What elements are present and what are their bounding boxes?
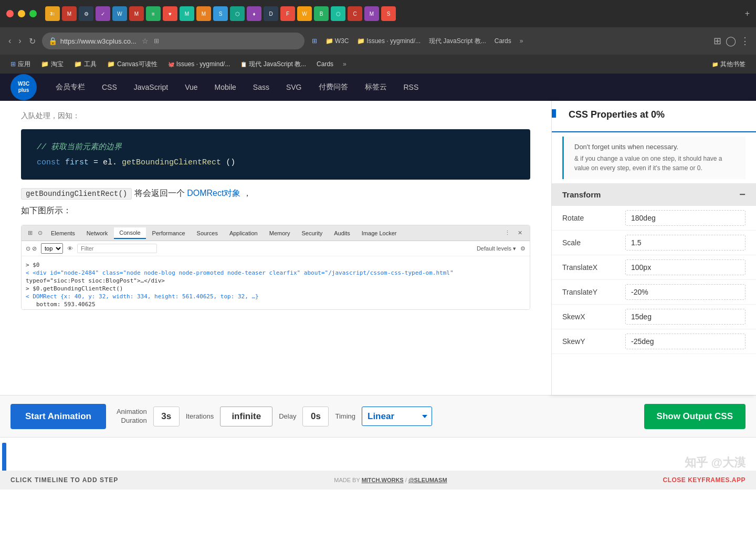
app-icon[interactable]: C	[348, 6, 362, 21]
app-icon[interactable]: ♦	[247, 6, 261, 21]
more-bookmarks-button[interactable]: »	[340, 58, 350, 70]
app-icon[interactable]: M	[364, 6, 379, 21]
taobao-bookmark[interactable]: 📁 淘宝	[37, 58, 68, 71]
bookmark-item[interactable]: 📁 Issues · yygmind/...	[354, 37, 424, 45]
app-icon[interactable]: W	[297, 6, 312, 21]
reload-button[interactable]: ↻	[27, 34, 38, 48]
extensions-icon[interactable]: ⊞	[713, 35, 721, 47]
app-icon[interactable]: ≡	[146, 6, 161, 21]
performance-tab[interactable]: Performance	[147, 228, 191, 238]
more-options-icon[interactable]: ⋮	[740, 35, 750, 47]
application-tab[interactable]: Application	[224, 228, 263, 238]
sources-tab[interactable]: Sources	[192, 228, 223, 238]
bookmark-item[interactable]: ⊞	[309, 37, 320, 45]
maximize-button[interactable]	[29, 10, 37, 17]
console-tab[interactable]: Console	[114, 227, 145, 239]
transform-collapse-button[interactable]: −	[739, 189, 746, 201]
nav-sass[interactable]: Sass	[245, 74, 278, 101]
rotate-input[interactable]	[625, 210, 746, 226]
image-locker-tab[interactable]: Image Locker	[356, 228, 402, 238]
js-bookmark[interactable]: 📋 现代 JavaScript 教...	[236, 58, 310, 71]
apps-bookmark[interactable]: ⊞ 应用	[6, 58, 35, 71]
nav-paid-qa[interactable]: 付费问答	[310, 74, 356, 101]
network-tab[interactable]: Network	[81, 228, 113, 238]
devtools-filter-input[interactable]	[77, 244, 157, 253]
devtools-more-icon[interactable]: ⋮	[501, 230, 513, 236]
skewy-label: SkewY	[562, 337, 625, 346]
app-icon[interactable]: S	[381, 6, 396, 21]
audits-tab[interactable]: Audits	[329, 228, 355, 238]
star-icon[interactable]: ☆	[142, 37, 149, 45]
github-bookmark[interactable]: 🐙 Issues · yygmind/...	[164, 58, 235, 70]
devtools-context-selector[interactable]: top	[41, 243, 63, 254]
add-tab-button[interactable]: +	[745, 9, 750, 18]
nav-svg[interactable]: SVG	[278, 74, 310, 101]
show-output-css-button[interactable]: Show Output CSS	[644, 404, 746, 429]
translatey-input[interactable]	[625, 284, 746, 300]
article-area: 入队处理，因知： // 获取当前元素的边界 const first = el. …	[0, 101, 551, 395]
skewx-input[interactable]	[625, 309, 746, 325]
devtools-settings-icon[interactable]: ⚙	[520, 245, 526, 252]
profile-icon[interactable]: ◯	[726, 35, 736, 47]
more-bookmarks[interactable]: »	[517, 37, 527, 45]
app-icon[interactable]: ⬡	[331, 6, 345, 21]
delay-value[interactable]: 0s	[302, 407, 329, 426]
app-icon[interactable]: ⬡	[230, 6, 245, 21]
app-icon[interactable]: ♥	[163, 6, 177, 21]
memory-tab[interactable]: Memory	[264, 228, 296, 238]
timing-select[interactable]: Linear Ease Ease In Ease Out Ease In Out	[362, 407, 432, 426]
bookmark-item[interactable]: 现代 JavaScript 教...	[426, 37, 489, 46]
scale-field: Scale	[552, 231, 756, 255]
back-button[interactable]: ‹	[6, 34, 13, 48]
nav-member-special[interactable]: 会员专栏	[47, 74, 93, 101]
devtools-close-icon[interactable]: ✕	[514, 230, 526, 236]
nav-mobile[interactable]: Mobile	[206, 74, 245, 101]
bookmark-item[interactable]: 📁 W3C	[322, 37, 352, 45]
close-keyframes-button[interactable]: CLOSE KEYFRAMES.APP	[663, 476, 746, 484]
devtools-levels[interactable]: Default levels ▾	[477, 245, 516, 252]
tools-bookmark[interactable]: 📁 工具	[70, 58, 101, 71]
security-tab[interactable]: Security	[296, 228, 328, 238]
translatex-input[interactable]	[625, 259, 746, 275]
app-icon[interactable]: M	[129, 6, 144, 21]
nav-css[interactable]: CSS	[93, 74, 125, 101]
iterations-value[interactable]: infinite	[220, 407, 272, 426]
nav-vue[interactable]: Vue	[176, 74, 206, 101]
nav-javascript[interactable]: JavaScript	[125, 74, 176, 101]
cards-bookmark-bar[interactable]: Cards	[312, 58, 338, 70]
url-bar[interactable]: 🔒 https://www.w3cplus.co... ☆ ⊞	[42, 33, 304, 49]
nav-tags[interactable]: 标签云	[356, 74, 395, 101]
app-icon[interactable]: B	[314, 6, 329, 21]
made-by-twitter[interactable]: @SLEUMASM	[408, 477, 447, 483]
app-icon[interactable]: M	[196, 6, 211, 21]
duration-value[interactable]: 3s	[153, 407, 180, 426]
app-icon[interactable]: ✓	[96, 6, 110, 21]
forward-button[interactable]: ›	[16, 34, 23, 48]
other-bookmarks[interactable]: 📁 其他书签	[708, 58, 750, 71]
app-icon[interactable]: M	[62, 6, 77, 21]
skewy-input[interactable]	[625, 334, 746, 349]
canvas-bookmark[interactable]: 📁 Canvas可读性	[103, 58, 162, 71]
scale-input[interactable]	[625, 235, 746, 251]
cards-bookmark[interactable]: Cards	[491, 37, 514, 45]
app-icon[interactable]: D	[264, 6, 278, 21]
app-icon[interactable]: ⚙	[79, 6, 93, 21]
minimize-button[interactable]	[18, 10, 25, 17]
app-icon[interactable]: F	[280, 6, 295, 21]
app-icon[interactable]: W	[112, 6, 127, 21]
bookmark-label: Issues · yygmind/...	[176, 60, 230, 68]
app-icon[interactable]: 3↕	[45, 6, 60, 21]
bookmark-label: 淘宝	[51, 60, 64, 69]
domrect-link[interactable]: DOMRect对象	[187, 189, 240, 197]
start-animation-button[interactable]: Start Animation	[10, 404, 106, 429]
app-icon[interactable]: M	[180, 6, 194, 21]
elements-tab[interactable]: Elements	[46, 228, 80, 238]
app-icon[interactable]: S	[213, 6, 228, 21]
bookmark-label: Cards	[495, 37, 511, 45]
nav-rss[interactable]: RSS	[395, 74, 427, 101]
close-button[interactable]	[6, 10, 14, 17]
timing-control: Timing	[335, 412, 355, 420]
made-by-link[interactable]: MITCH.WORKS	[362, 477, 404, 483]
code-line: const first = el. getBoundingClientRect …	[37, 158, 514, 167]
qr-icon[interactable]: ⊞	[154, 37, 159, 45]
